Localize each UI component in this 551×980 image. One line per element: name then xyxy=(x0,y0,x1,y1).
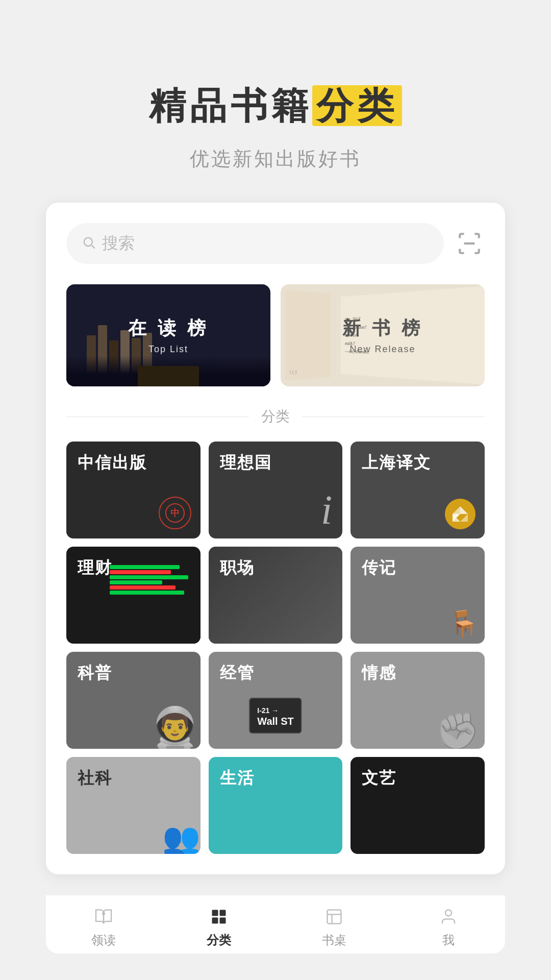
wo-label: 我 xyxy=(442,932,455,948)
shanghai-label: 上海译文 xyxy=(362,452,431,474)
category-zhongxin[interactable]: 中信出版 中 xyxy=(66,442,201,538)
licai-label: 理财 xyxy=(78,557,112,579)
zhuanji-label: 传记 xyxy=(362,557,396,579)
category-zhichang[interactable]: 职场 xyxy=(209,547,343,644)
category-zhuanji[interactable]: 🪑 传记 xyxy=(350,547,485,644)
left-divider xyxy=(66,416,249,417)
new-release-card[interactable]: ! ( ) tea, Sir?yes, please!non ormilk?—n… xyxy=(281,284,485,386)
svg-marker-5 xyxy=(460,506,468,514)
svg-rect-11 xyxy=(212,910,218,916)
category-qinggan[interactable]: ✊ 情感 xyxy=(350,652,485,749)
new-release-content: 新 书 榜 New Release xyxy=(342,316,423,355)
category-wenyi[interactable]: 文艺 xyxy=(350,757,485,854)
search-input[interactable]: 搜索 xyxy=(66,223,444,264)
category-lixiangguo[interactable]: 理想国 i xyxy=(209,442,343,538)
category-header: 分类 xyxy=(66,407,485,426)
lingdu-label: 领读 xyxy=(91,932,116,948)
category-licai[interactable]: 理财 xyxy=(66,547,201,644)
fist-decoration: ✊ xyxy=(435,713,480,749)
shuzuo-icon xyxy=(323,905,345,928)
shenghuo-label: 生活 xyxy=(220,767,255,790)
lixiangguo-label: 理想国 xyxy=(220,452,272,474)
category-shenghuo[interactable]: 生活 xyxy=(209,757,343,854)
sheke-label: 社科 xyxy=(78,767,112,790)
right-divider xyxy=(302,416,485,417)
fenlei-icon xyxy=(208,905,230,928)
shuzuo-label: 书桌 xyxy=(322,932,346,948)
astronaut-decoration: 👨‍🚀 xyxy=(149,708,201,749)
zhongxin-label: 中信出版 xyxy=(78,452,147,474)
nav-lingdu[interactable]: 领读 xyxy=(91,905,116,948)
nav-fenlei[interactable]: 分类 xyxy=(207,905,231,948)
svg-text:中: 中 xyxy=(170,508,180,518)
top-list-content: 在 读 榜 Top List xyxy=(128,316,209,355)
search-icon xyxy=(82,235,96,252)
new-release-subtitle: New Release xyxy=(342,344,423,355)
fenlei-label: 分类 xyxy=(207,932,231,948)
svg-rect-12 xyxy=(220,910,226,916)
svg-marker-9 xyxy=(460,514,468,522)
category-shanghai[interactable]: 上海译文 xyxy=(350,442,485,538)
bottom-nav-wrap: 领读 分类 书桌 xyxy=(46,895,505,953)
top-cards: 在 读 榜 Top List ! ( ) tea, Sir?yes, pleas… xyxy=(66,284,485,386)
italic-i: i xyxy=(321,487,332,533)
tangram-logo xyxy=(445,499,475,529)
svg-rect-15 xyxy=(328,910,341,924)
qinggan-label: 情感 xyxy=(362,662,396,684)
svg-marker-6 xyxy=(453,506,460,514)
wall-st-sign: I-21 →Wall ST xyxy=(249,698,302,733)
search-placeholder: 搜索 xyxy=(102,232,135,255)
page-header: 精品书籍分类 优选新知出版好书 xyxy=(129,0,422,203)
svg-point-18 xyxy=(445,910,452,916)
lingdu-icon xyxy=(92,905,115,928)
top-list-subtitle: Top List xyxy=(128,344,209,355)
search-bar: 搜索 xyxy=(66,223,485,264)
jingguan-label: 经管 xyxy=(220,662,255,684)
svg-point-10 xyxy=(102,912,105,915)
title-highlight: 分类 xyxy=(312,85,402,126)
citic-logo: 中 xyxy=(159,497,191,529)
bench-decoration: 🪑 xyxy=(448,609,480,639)
new-release-title: 新 书 榜 xyxy=(342,316,423,341)
scan-icon[interactable] xyxy=(454,228,485,259)
nav-shuzuo[interactable]: 书桌 xyxy=(322,905,346,948)
wo-icon xyxy=(437,905,460,928)
wenyi-label: 文艺 xyxy=(362,767,396,790)
category-kepu[interactable]: 👨‍🚀 科普 xyxy=(66,652,201,749)
category-label: 分类 xyxy=(249,407,302,426)
svg-rect-13 xyxy=(212,918,218,924)
kepu-label: 科普 xyxy=(78,662,112,684)
people-decoration: 👥 xyxy=(162,823,201,854)
top-list-card[interactable]: 在 读 榜 Top List xyxy=(66,284,270,386)
title-main: 精品书籍 xyxy=(149,85,312,126)
page-title: 精品书籍分类 xyxy=(149,82,402,131)
zhichang-label: 职场 xyxy=(220,557,255,579)
svg-point-0 xyxy=(84,238,92,246)
category-grid: 中信出版 中 理想国 i 上海译文 xyxy=(66,442,485,854)
svg-rect-14 xyxy=(220,918,226,924)
category-jingguan[interactable]: I-21 →Wall ST 经管 xyxy=(209,652,343,749)
top-list-title: 在 读 榜 xyxy=(128,316,209,341)
category-sheke[interactable]: 👥 社科 xyxy=(66,757,201,854)
svg-line-1 xyxy=(92,246,95,249)
page-subtitle: 优选新知出版好书 xyxy=(149,146,402,172)
bottom-nav: 领读 分类 书桌 xyxy=(46,895,505,953)
nav-wo[interactable]: 我 xyxy=(437,905,460,948)
main-card: 搜索 xyxy=(46,203,505,874)
